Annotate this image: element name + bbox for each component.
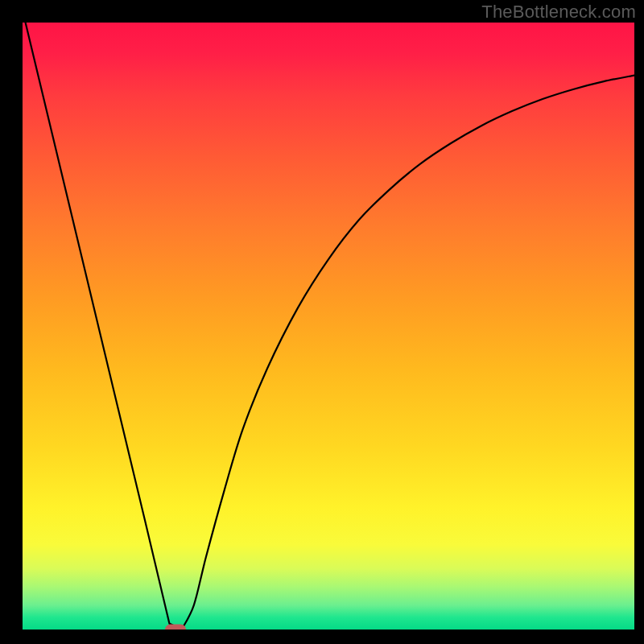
watermark-text: TheBottleneck.com: [481, 2, 636, 23]
curve-svg: [23, 23, 634, 630]
min-marker: [165, 625, 186, 630]
chart-frame: TheBottleneck.com: [0, 0, 644, 644]
plot-area: [23, 23, 634, 630]
curve-path: [23, 23, 634, 630]
